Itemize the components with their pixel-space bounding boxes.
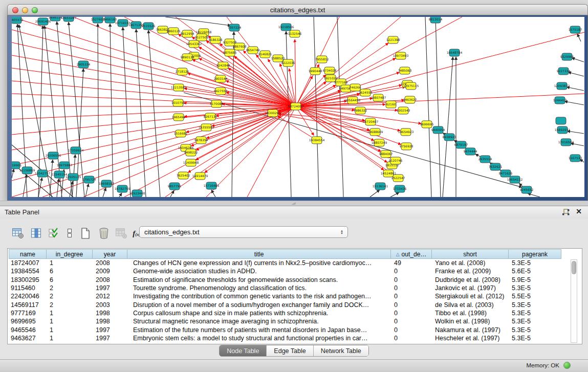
yellow-node[interactable]: 2867608 (233, 43, 247, 50)
window-titlebar[interactable]: citations_edges.txt (7, 4, 588, 15)
column-header-out_de[interactable]: △out_de… (391, 249, 432, 259)
teal-node[interactable]: 1733426 (393, 185, 407, 192)
delete-table-button[interactable] (96, 226, 112, 241)
new-table-button[interactable] (78, 226, 93, 241)
yellow-node[interactable]: 8912954 (181, 30, 194, 37)
yellow-node[interactable]: 16914479 (192, 172, 208, 180)
table-row[interactable]: 946362711997Embryonic stem cells: a mode… (9, 334, 572, 342)
yellow-node[interactable]: 7955812 (315, 56, 329, 63)
teal-node[interactable]: 1527602 (91, 17, 105, 23)
yellow-node[interactable]: 8427552 (214, 87, 228, 95)
yellow-node[interactable]: 7986322 (354, 107, 367, 114)
teal-node[interactable]: 9227334 (557, 68, 571, 75)
teal-node[interactable]: 1795724 (82, 176, 96, 183)
tab-edge-table[interactable]: Edge Table (266, 345, 313, 356)
teal-node[interactable]: 11156869 (19, 167, 35, 174)
teal-node[interactable]: 8938923 (443, 134, 456, 141)
teal-node[interactable]: 10653287 (61, 17, 77, 21)
yellow-node[interactable]: 9756928 (400, 143, 413, 150)
yellow-node[interactable]: 2522547 (391, 174, 405, 182)
network-canvas[interactable]: 2405572206914062898114106532871527602846… (12, 17, 584, 197)
yellow-node[interactable]: 12975115 (403, 82, 419, 90)
table-row[interactable]: 2242004622012Investigating the contribut… (9, 292, 572, 300)
canvas-resize-grip-icon[interactable] (12, 17, 18, 23)
yellow-node[interactable]: 19384554 (309, 137, 325, 144)
teal-node[interactable]: 20691406 (35, 18, 51, 25)
yellow-node[interactable]: 9120746 (389, 157, 403, 164)
yellow-node[interactable]: 8186328 (209, 36, 223, 43)
table-row[interactable]: 969969511998Structural magnetic resonanc… (9, 317, 572, 325)
yellow-node[interactable]: 11409948 (183, 159, 199, 166)
yellow-node[interactable]: 9498222 (184, 149, 198, 156)
teal-node[interactable]: 17016504 (558, 139, 574, 146)
teal-node[interactable]: 9857791 (168, 183, 182, 190)
yellow-node[interactable]: 8654749 (246, 47, 260, 54)
yellow-node[interactable]: 62160 (386, 101, 396, 108)
yellow-node[interactable]: 2903144 (214, 75, 228, 82)
yellow-node[interactable]: 1002543 (397, 107, 410, 114)
yellow-node[interactable]: 15720407 (363, 118, 379, 125)
yellow-node[interactable]: 6734028 (323, 67, 337, 74)
table-row[interactable]: 1872400712008Changes of HCN gene express… (9, 259, 572, 267)
column-header-year[interactable]: year (93, 249, 127, 259)
yellow-node[interactable]: 2718126 (176, 68, 189, 75)
yellow-node[interactable]: 9699695 (420, 121, 434, 128)
yellow-node[interactable]: 16355594 (199, 124, 214, 131)
teal-node[interactable]: 2935514 (478, 156, 492, 163)
table-row[interactable]: 1938455462009Genome-wide association stu… (9, 267, 572, 275)
yellow-node[interactable]: 7485063 (398, 67, 412, 74)
divider-grip-icon[interactable] (291, 202, 296, 205)
table-scrollbar-thumb[interactable] (572, 261, 576, 274)
teal-node[interactable]: 7515526 (142, 23, 156, 30)
yellow-node[interactable]: 10807487 (371, 94, 386, 101)
yellow-node[interactable]: 9890139 (181, 54, 194, 61)
citation-graph[interactable]: 2405572206914062898114106532871527602846… (12, 17, 584, 197)
yellow-node[interactable]: 3624554 (359, 89, 373, 96)
yellow-node[interactable]: 1516682 (174, 130, 188, 137)
column-header-short[interactable]: short (432, 249, 509, 259)
yellow-node[interactable]: 10688609 (367, 128, 383, 136)
teal-node[interactable]: 19958187 (99, 180, 115, 187)
teal-node[interactable]: 9245652 (520, 186, 534, 193)
table-options-button[interactable] (10, 226, 26, 241)
table-row[interactable]: 946554611997Estimation of the future num… (9, 325, 572, 334)
teal-node[interactable]: 9474444 (464, 148, 477, 155)
yellow-node[interactable]: 5878354 (194, 137, 208, 144)
column-header-pagerank[interactable]: pagerank (509, 249, 561, 259)
column-header-title[interactable]: title (127, 249, 391, 259)
panel-divider[interactable] (0, 201, 588, 206)
table-row[interactable]: 977716911998Corpus callosum shape and si… (9, 309, 572, 317)
teal-node[interactable]: 1575187 (569, 26, 582, 33)
teal-node[interactable]: 6879197 (454, 141, 468, 148)
teal-node[interactable]: 16782759 (115, 185, 130, 192)
teal-node[interactable]: 9440954 (431, 126, 445, 134)
column-pair-button[interactable] (62, 226, 77, 241)
yellow-node[interactable]: 9884067 (379, 150, 393, 158)
column-header-in_degree[interactable]: in_degree (47, 249, 93, 259)
table-row[interactable]: 911546021997Tourette syndrome. Phenomeno… (9, 284, 572, 292)
yellow-node[interactable]: 8222036 (281, 59, 295, 67)
teal-node[interactable]: 16648784 (447, 49, 463, 56)
yellow-node[interactable]: 746266 (350, 84, 361, 91)
teal-node[interactable]: 12923448 (129, 190, 145, 197)
table-body[interactable]: 1872400712008Changes of HCN gene express… (9, 259, 572, 344)
yellow-node[interactable]: 5875685 (223, 49, 237, 56)
teal-node[interactable]: 12093872 (554, 82, 570, 90)
teal-node[interactable]: 2905334 (77, 61, 91, 68)
table-row[interactable]: 1830029562008Estimation of significance … (9, 276, 572, 284)
teal-node[interactable]: 15136141 (373, 183, 388, 190)
yellow-node[interactable]: 1010755 (171, 99, 185, 106)
teal-node[interactable]: 2898114 (49, 17, 62, 21)
table-header-row[interactable]: namein_degreeyeartitle△out_de…shortpager… (9, 249, 561, 259)
column-header-name[interactable]: name (9, 249, 47, 259)
teal-node[interactable]: 10654112 (507, 176, 523, 183)
table-row[interactable]: 1456911722003Disruption of a novel membe… (9, 300, 572, 309)
yellow-node[interactable]: 9127505 (195, 34, 209, 41)
tab-node-table[interactable]: Node Table (220, 345, 266, 356)
yellow-node[interactable]: 1132546 (288, 30, 302, 37)
tab-network-table[interactable]: Network Table (313, 345, 368, 356)
table-selector[interactable]: citations_edges.txt ▲▼ (139, 226, 348, 238)
yellow-node[interactable]: 9146821 (258, 51, 272, 58)
yellow-node[interactable]: 9860125 (167, 28, 181, 35)
teal-node[interactable]: 7632621 (489, 163, 503, 170)
